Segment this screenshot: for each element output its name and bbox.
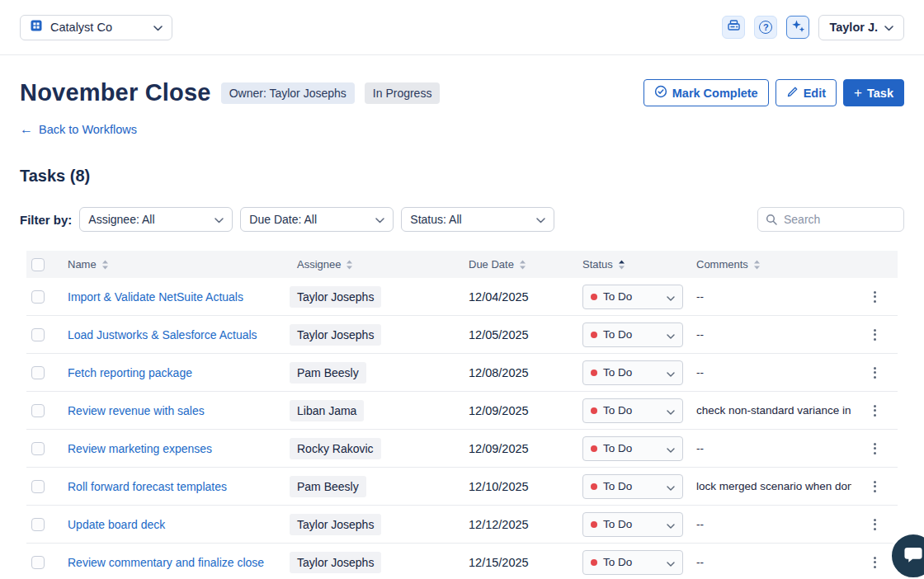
task-name-link[interactable]: Load Justworks & Salesforce Actuals (68, 328, 257, 341)
row-menu-icon[interactable] (870, 478, 879, 496)
filter-select[interactable]: Due Date: All (240, 207, 394, 232)
chevron-down-icon (375, 212, 384, 227)
tasks-section-heading: Tasks (8) (0, 167, 924, 186)
row-menu-icon[interactable] (870, 288, 879, 306)
status-select[interactable]: To Do (582, 436, 683, 461)
ai-assistant-button[interactable] (786, 16, 809, 39)
task-name-link[interactable]: Import & Validate NetSuite Actuals (68, 290, 243, 304)
company-selector[interactable]: Catalyst Co (20, 15, 172, 40)
add-task-label: Task (867, 87, 893, 100)
status-label: To Do (603, 556, 661, 568)
select-all-checkbox[interactable] (31, 258, 45, 271)
row-menu-icon[interactable] (870, 515, 879, 534)
chevron-down-icon (667, 365, 675, 380)
row-checkbox[interactable] (31, 366, 45, 379)
status-badge: In Progress (365, 82, 441, 104)
filter-select[interactable]: Assignee: All (79, 207, 233, 232)
plus-icon: + (854, 86, 862, 100)
check-circle-icon (654, 85, 667, 101)
task-name-link[interactable]: Roll forward forecast templates (68, 480, 227, 493)
user-name: Taylor J. (829, 21, 878, 34)
back-link-label: Back to Workflows (39, 123, 137, 136)
due-date-value: 12/09/2025 (469, 442, 529, 455)
building-icon (30, 19, 43, 35)
table-row: Import & Validate NetSuite Actuals Taylo… (26, 278, 898, 316)
assignee-value: Pam Beesly (290, 362, 366, 384)
table-row: Fetch reporting package Pam Beesly 12/08… (26, 354, 898, 392)
task-name-link[interactable]: Update board deck (68, 518, 165, 531)
sort-name-icon[interactable] (101, 260, 109, 270)
mark-complete-button[interactable]: Mark Complete (644, 79, 769, 106)
filters: Assignee: All Due Date: All Status: All (79, 207, 554, 232)
comment-value: lock merged scenario when done (696, 480, 851, 492)
row-checkbox[interactable] (31, 290, 45, 304)
column-header-assignee: Assignee (297, 258, 341, 271)
topbar: Catalyst Co ? Taylor J. (0, 0, 924, 55)
comment-value: -- (696, 556, 851, 568)
pencil-icon (786, 86, 799, 101)
row-checkbox[interactable] (31, 556, 45, 569)
help-button[interactable]: ? (754, 16, 777, 39)
chevron-down-icon (667, 517, 675, 532)
edit-button[interactable]: Edit (776, 79, 837, 106)
status-label: To Do (603, 290, 661, 303)
assignee-value: Rocky Rakovic (290, 438, 381, 459)
status-dot-icon (591, 445, 597, 452)
task-name-link[interactable]: Review revenue with sales (68, 404, 205, 417)
sparkles-icon (791, 19, 805, 36)
table-row: Review revenue with sales Liban Jama 12/… (26, 392, 898, 430)
sort-due-date-icon[interactable] (519, 260, 526, 270)
row-menu-icon[interactable] (870, 326, 879, 344)
task-name-link[interactable]: Fetch reporting package (68, 366, 192, 379)
back-arrow-icon: ← (20, 123, 33, 136)
row-checkbox[interactable] (31, 442, 45, 455)
sort-comments-icon[interactable] (753, 260, 761, 270)
column-header-name: Name (68, 258, 97, 271)
row-checkbox[interactable] (31, 518, 45, 531)
tasks-table: Name Assignee Due Date Status Comments I… (26, 251, 898, 579)
due-date-value: 12/04/2025 (469, 290, 529, 304)
billing-terminal-button[interactable] (722, 16, 745, 39)
chevron-down-icon (667, 327, 675, 342)
row-menu-icon[interactable] (870, 402, 879, 420)
back-to-workflows-link[interactable]: ← Back to Workflows (20, 123, 137, 136)
printer-icon (727, 19, 741, 36)
task-name-link[interactable]: Review marketing expenses (68, 442, 212, 455)
filter-by-label: Filter by: (20, 213, 72, 227)
chat-icon (903, 544, 924, 568)
status-dot-icon (591, 332, 597, 338)
table-row: Update board deck Taylor Josephs 12/12/2… (26, 506, 898, 544)
sort-assignee-icon[interactable] (346, 260, 353, 270)
page-title: November Close (20, 79, 211, 106)
status-select[interactable]: To Do (582, 474, 683, 499)
status-select[interactable]: To Do (582, 360, 683, 385)
row-checkbox[interactable] (31, 404, 45, 417)
assignee-value: Taylor Josephs (290, 324, 381, 346)
status-select[interactable]: To Do (582, 285, 683, 309)
row-menu-icon[interactable] (870, 440, 879, 458)
status-dot-icon (591, 483, 597, 490)
row-checkbox[interactable] (31, 328, 45, 341)
row-menu-icon[interactable] (870, 553, 879, 572)
assignee-value: Liban Jama (290, 400, 364, 421)
page-header: November Close Owner: Taylor Josephs In … (0, 79, 924, 106)
column-header-due-date: Due Date (469, 258, 514, 271)
row-checkbox[interactable] (31, 480, 45, 493)
filter-select[interactable]: Status: All (401, 207, 554, 232)
search-input[interactable] (757, 207, 904, 232)
status-select[interactable]: To Do (582, 322, 683, 347)
status-select[interactable]: To Do (582, 550, 683, 575)
task-name-link[interactable]: Review commentary and finalize close (68, 556, 264, 569)
row-menu-icon[interactable] (870, 364, 879, 382)
status-select[interactable]: To Do (582, 398, 683, 423)
due-date-value: 12/09/2025 (469, 404, 529, 417)
status-select[interactable]: To Do (582, 512, 683, 537)
status-dot-icon (591, 294, 597, 300)
table-header-row: Name Assignee Due Date Status Comments (26, 251, 898, 278)
user-menu[interactable]: Taylor J. (818, 15, 904, 40)
add-task-button[interactable]: + Task (843, 79, 904, 106)
chevron-down-icon (214, 212, 224, 227)
status-label: To Do (603, 480, 661, 492)
chevron-down-icon (667, 403, 675, 418)
sort-status-icon[interactable] (618, 260, 625, 270)
